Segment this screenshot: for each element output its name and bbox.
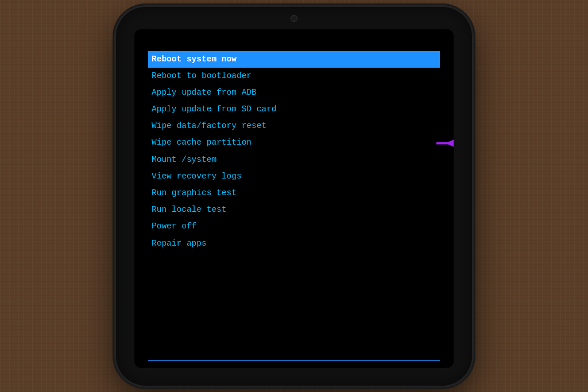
menu-item-power-off[interactable]: Power off [148,218,440,235]
menu-item-wipe-cache[interactable]: Wipe cache partition [148,134,440,151]
menu-item-apply-update-adb[interactable]: Apply update from ADB [148,84,440,101]
menu-item-reboot-bootloader[interactable]: Reboot to bootloader [148,68,440,84]
menu-item-view-recovery-logs[interactable]: View recovery logs [148,168,440,185]
menu-item-mount-system[interactable]: Mount /system [148,152,440,168]
phone-device: Reboot system nowReboot to bootloaderApp… [116,7,472,386]
menu-item-apply-update-sd[interactable]: Apply update from SD card [148,101,440,118]
menu-item-run-locale-test[interactable]: Run locale test [148,201,440,218]
phone-camera [291,15,297,22]
menu-item-wipe-data[interactable]: Wipe data/factory reset [148,118,440,134]
phone-screen: Reboot system nowReboot to bootloaderApp… [134,29,454,368]
svg-marker-1 [446,138,454,148]
bottom-divider [148,360,440,361]
recovery-menu: Reboot system nowReboot to bootloaderApp… [148,51,440,252]
menu-item-reboot-system[interactable]: Reboot system now [148,51,440,68]
screen-content: Reboot system nowReboot to bootloaderApp… [134,29,454,368]
menu-item-run-graphics-test[interactable]: Run graphics test [148,185,440,201]
menu-item-repair-apps[interactable]: Repair apps [148,235,440,252]
